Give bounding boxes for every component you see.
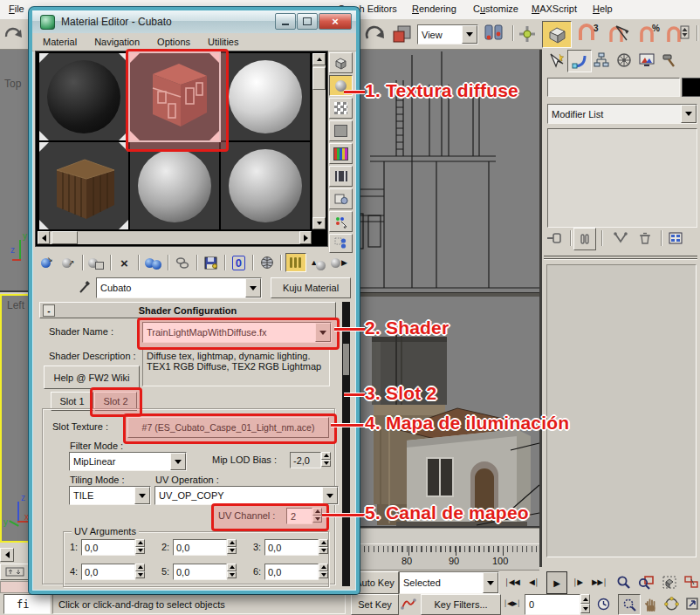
sample-slot-4[interactable] [39,142,128,229]
menu-item-rendering[interactable]: Rendering [407,1,462,17]
zoom-extents-all-icon[interactable] [681,572,700,591]
uv-arg-4-spinner[interactable] [135,564,145,578]
menu-item-navigation[interactable]: Navigation [89,34,145,50]
track-bar[interactable] [346,528,539,544]
uv-operation-dropdown[interactable]: UV_OP_COPY [154,486,339,505]
material-class-button[interactable]: Kuju Material [271,277,351,298]
menu-item-maxscript[interactable]: MAXScript [526,1,582,17]
snap-toggle-icon[interactable] [542,21,572,48]
viewport-left[interactable]: Left z x y [0,294,31,543]
menu-item-file[interactable]: File [3,1,30,17]
material-id-channel-icon[interactable]: 0 [230,254,248,271]
background-icon[interactable] [329,98,353,119]
select-by-material-icon[interactable] [329,211,353,232]
show-end-result-icon[interactable] [573,228,596,250]
go-to-start-button[interactable]: │◀◀ [503,571,522,592]
maximize-button[interactable] [297,13,318,30]
modifier-list-dropdown[interactable]: Modifier List [547,104,697,124]
slots-horizontal-scrollbar[interactable] [38,231,312,244]
tab-utilities-icon[interactable] [658,50,681,71]
tab-create-icon[interactable] [545,50,567,71]
show-end-result-toggle-icon[interactable] [285,253,305,272]
uv-arg-3-field[interactable]: 0,0 [264,539,319,556]
menu-item-material[interactable]: Material [38,34,82,50]
sample-slot-6[interactable] [221,142,310,229]
viewport-top[interactable]: Top y z [0,50,31,292]
assign-material-to-selection-icon[interactable] [87,254,106,271]
put-material-to-scene-icon[interactable]: ↗ [58,254,77,271]
go-to-end-button[interactable]: ▶▶│ [590,571,609,592]
maxscript-mini-listener[interactable]: fi [3,594,51,614]
uv-arg-1-spinner[interactable] [135,539,145,554]
frame-spinner[interactable] [580,594,590,613]
mip-lod-bias-field[interactable]: -2,0 [290,452,321,468]
go-forward-to-sibling-icon[interactable]: ▶ [330,254,348,271]
zoom-all-icon[interactable] [635,572,656,591]
make-material-copy-icon[interactable] [143,254,163,271]
set-keys-curve-icon[interactable] [399,594,418,613]
rollout-scrollbar-thumb[interactable] [343,344,349,375]
help-wiki-button[interactable]: Help @ FW2 Wiki [44,366,140,389]
tab-motion-icon[interactable] [613,50,635,71]
open-minicurve-editor-icon[interactable] [0,564,30,580]
material-editor-titlebar[interactable]: Material Editor - Cubato × [32,10,356,34]
video-color-check-icon[interactable] [329,143,353,164]
uv-arg-1-field[interactable]: 0,0 [81,539,135,556]
angle-snap-icon[interactable]: 3 [574,22,602,46]
scrollbar-thumb[interactable] [51,231,78,244]
object-name-field[interactable] [547,78,680,97]
pan-hand-icon[interactable] [641,594,662,613]
coordinate-system-dropdown[interactable]: View [417,24,478,44]
rollout-collapse-button[interactable]: - [43,304,55,317]
remove-modifier-icon[interactable] [635,229,655,247]
trackbar-scroll-left-button[interactable] [0,548,14,562]
key-mode-toggle-icon[interactable]: │◀▶│ [503,594,522,613]
configure-modifier-sets-icon[interactable] [665,229,686,247]
sample-type-icon[interactable] [329,52,353,73]
mirror-icon[interactable] [0,22,26,46]
use-pivot-point-icon[interactable] [481,22,507,46]
angle-arc-snap-icon[interactable] [606,22,634,46]
zoom-extents-icon[interactable] [659,572,680,591]
chevron-down-icon[interactable] [322,487,338,504]
slots-vertical-scrollbar[interactable] [312,53,326,229]
menu-item-utilities[interactable]: Utilities [202,34,244,50]
uv-arg-5-field[interactable]: 0,0 [173,564,227,580]
menu-item-customize[interactable]: Customize [468,1,524,17]
arc-rotate-icon[interactable] [661,594,682,613]
uv-arg-3-spinner[interactable] [319,539,328,554]
zoom-icon[interactable] [613,572,634,591]
make-unique-icon[interactable] [610,229,631,247]
filter-mode-dropdown[interactable]: MipLinear [69,452,187,471]
time-configuration-icon[interactable] [594,594,613,613]
spinner-snap-icon[interactable] [663,22,691,46]
chevron-down-icon[interactable] [170,453,186,470]
make-preview-icon[interactable] [329,166,353,187]
material-map-navigator-icon[interactable] [329,234,353,253]
pick-material-eyedropper-icon[interactable] [78,277,93,295]
play-button[interactable]: ▶ [546,571,567,594]
uv-arg-6-field[interactable]: 0,0 [264,564,319,580]
delete-material-icon[interactable]: × [115,254,134,271]
sample-slot-3[interactable] [221,53,310,140]
selection-set-dropdown[interactable]: Selected [399,571,499,594]
set-key-button[interactable]: Set Key [351,594,399,615]
sample-slot-5[interactable] [130,142,219,229]
next-frame-button[interactable]: │▶ [568,571,587,592]
time-slider-ruler[interactable]: 0 80 90 100 [346,543,539,571]
chevron-down-icon[interactable] [462,25,477,44]
min-max-toggle-icon[interactable] [682,594,700,613]
uv-arg-5-spinner[interactable] [227,564,237,578]
make-unique-material-icon[interactable] [173,254,191,271]
material-editor-options-icon[interactable] [329,188,353,209]
percent-snap-icon[interactable]: % [635,22,663,46]
show-map-in-viewport-icon[interactable] [257,254,276,271]
sample-slot-1[interactable] [39,53,128,140]
key-filters-button[interactable]: Key Filters... [421,594,501,615]
uv-arg-4-field[interactable]: 0,0 [81,564,135,580]
sample-uv-tiling-icon[interactable] [329,120,353,141]
mip-lod-bias-spinner[interactable] [321,452,331,467]
menu-item-options[interactable]: Options [152,34,196,50]
chevron-down-icon[interactable] [483,572,498,593]
tab-hierarchy-icon[interactable] [590,50,613,71]
